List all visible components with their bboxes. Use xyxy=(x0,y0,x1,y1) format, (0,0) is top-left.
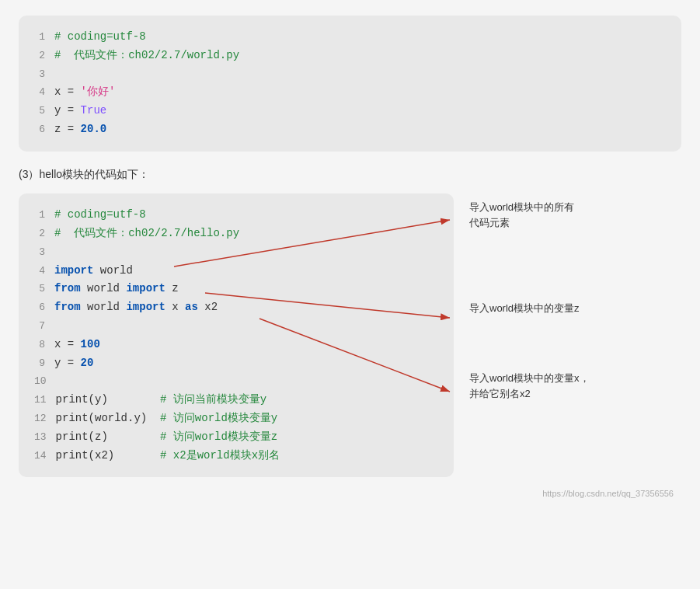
annotations-panel: 导入world模块中的所有代码元素 导入world模块中的变量z 导入world… xyxy=(454,193,681,504)
code-line: 14 print(x2) # x2是world模块x别名 xyxy=(34,447,438,465)
watermark: https://blog.csdn.net/qq_37356556 xyxy=(542,489,674,498)
code-line: 11 print(y) # 访问当前模块变量y xyxy=(34,391,438,410)
annotation-2: 导入world模块中的变量z xyxy=(469,301,580,316)
code-line: 6 z = 20.0 xyxy=(34,120,666,139)
code-line: 3 xyxy=(34,243,438,262)
code-line: 7 xyxy=(34,317,438,336)
code-block-world: 1 # coding=utf-8 2 # 代码文件：ch02/2.7/world… xyxy=(19,16,681,152)
code-line: 4 x = '你好' xyxy=(34,83,666,102)
code-line: 3 xyxy=(34,65,666,84)
code-line: 10 xyxy=(34,372,438,391)
code-line: 5 y = True xyxy=(34,102,666,120)
code-line: 6 from world import x as x2 xyxy=(34,298,438,317)
code-line: 1 # coding=utf-8 xyxy=(34,206,438,225)
code-line: 8 x = 100 xyxy=(34,336,438,354)
code-line: 12 print(world.y) # 访问world模块变量y xyxy=(34,410,438,428)
code-line: 2 # 代码文件：ch02/2.7/world.py xyxy=(34,47,666,65)
annotated-section: 1 # coding=utf-8 2 # 代码文件：ch02/2.7/hello… xyxy=(19,193,681,504)
code-line: 4 import world xyxy=(34,262,438,281)
section-label: (3）hello模块的代码如下： xyxy=(19,166,681,183)
annotation-3: 导入world模块中的变量x，并给它别名x2 xyxy=(469,371,590,401)
code-block-hello: 1 # coding=utf-8 2 # 代码文件：ch02/2.7/hello… xyxy=(19,193,454,477)
code-line: 2 # 代码文件：ch02/2.7/hello.py xyxy=(34,225,438,243)
code-line: 13 print(z) # 访问world模块变量z xyxy=(34,428,438,447)
annotation-1: 导入world模块中的所有代码元素 xyxy=(469,200,574,230)
code-line: 9 y = 20 xyxy=(34,354,438,373)
code-line: 1 # coding=utf-8 xyxy=(34,28,666,47)
code-line: 5 from world import z xyxy=(34,280,438,298)
